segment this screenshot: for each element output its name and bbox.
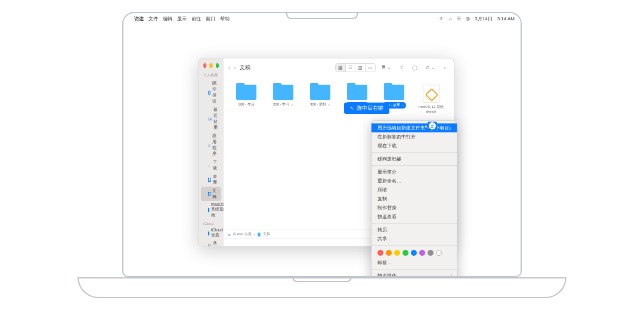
ctx-make-alias[interactable]: 制作替身 [371,203,457,212]
gallery-view-icon[interactable]: ▭ [366,64,375,72]
wifi-icon[interactable]: ᯤ [439,16,444,21]
group-menu[interactable]: ≣ ⌄ [379,64,394,72]
menu-edit[interactable]: 编辑 [163,16,172,22]
tag-color-swatch[interactable] [402,250,408,256]
finder-sidebar: 个人收藏 隔空投送 ◷最近使用 ⌂应用程序 ↓下载 桌面 文稿 macOS 系统… [199,58,224,246]
control-center-icon[interactable]: ☰ [457,16,461,21]
finder-toolbar: ‹ › 文稿 ▦ ☰ ▥ ▭ ≣ ⌄ ⇪ ◯ ⊙ ⌄ [224,58,454,76]
tag-color-swatch[interactable] [377,250,383,256]
sb-downloads[interactable]: ↓下载 [199,158,224,172]
view-toggle[interactable]: ▦ ☰ ▥ ▭ [335,63,376,72]
window-controls [199,58,224,70]
sb-documents[interactable]: 文稿 [201,187,221,201]
screen-notch [286,13,358,19]
ctx-rename[interactable]: 重新命名… [371,177,457,185]
sb-guide[interactable]: macOS 系统指南 [199,201,224,219]
path-folder-icon: ▇ [258,232,261,236]
ctx-download-now[interactable]: 现在下载 [371,141,457,150]
folder-label: 300 - 爱好 ⌄ [310,102,330,107]
ctx-tag-colors[interactable] [371,247,457,258]
sb-section-favorites: 个人收藏 [199,70,224,79]
ctx-new-folder-from-selection[interactable]: 用所选项目新建文件夹 (2个项目) [371,123,457,132]
share-button[interactable]: ⇪ [397,64,406,72]
folder-item[interactable]: 100 - 生活 [233,85,259,113]
tag-color-swatch[interactable] [419,250,425,256]
menu-file[interactable]: 文件 [148,16,158,22]
tag-clear-swatch[interactable] [436,250,442,256]
file-item[interactable]: macOS 13 系统sketch [418,85,444,113]
minimize-button[interactable] [209,63,212,68]
tag-color-swatch[interactable] [428,250,434,256]
context-menu: 用所选项目新建文件夹 (2个项目) 在新标签页中打开 现在下载 移到废纸篓 显示… [371,120,457,277]
folder-label: 100 - 生活 [238,102,254,107]
sb-shared[interactable]: 共享 [199,239,224,246]
callout-1-text: 选中后右键 [357,104,383,112]
path-seg-docs[interactable]: 文稿 [263,231,270,237]
list-view-icon[interactable]: ☰ [346,64,355,72]
folder-icon [347,85,367,100]
path-icloud-icon: ☁ [227,232,231,236]
siri-icon[interactable]: ◎ [466,16,470,21]
icon-view-icon[interactable]: ▦ [336,64,346,72]
app-name[interactable]: 访达 [134,16,144,22]
ctx-get-info[interactable]: 显示简介 [371,168,457,177]
tag-color-swatch[interactable] [411,250,417,256]
tag-color-swatch[interactable] [394,250,400,256]
path-seg-icloud[interactable]: iCloud 云盘 [233,231,252,237]
ctx-share[interactable]: 共享… [371,234,457,243]
menubar-date[interactable]: 3月14日 [475,16,492,22]
menubar-time[interactable]: 3:14 AM [497,16,515,21]
folder-label: 200 - 学习 ⌄ [273,102,293,107]
search-button[interactable]: ⌕ [441,64,449,72]
laptop-frame: 访达 文件 编辑 显示 前往 窗口 帮助 ᯤ ⌕ ☰ ◎ 3月14日 3:14 … [78,12,566,310]
window-title: 文稿 [240,64,250,72]
sb-apps[interactable]: ⌂应用程序 [199,132,224,158]
folder-item[interactable]: 300 - 爱好 ⌄ [307,85,333,113]
sb-desktop[interactable]: 桌面 [199,172,224,187]
callout-2-number: 2 [429,122,436,129]
folder-icon [384,85,404,100]
forward-button[interactable]: › [234,64,236,71]
tag-button[interactable]: ◯ [410,64,420,72]
ctx-open-new-tab[interactable]: 在新标签页中打开 [371,132,457,141]
laptop-screen: 访达 文件 编辑 显示 前往 窗口 帮助 ᯤ ⌕ ☰ ◎ 3月14日 3:14 … [122,12,522,277]
ctx-duplicate[interactable]: 复制 [371,194,457,203]
cursor-icon: ↖ [425,124,429,130]
annotation-callout-1: ↖ 选中后右键 [344,103,389,114]
tag-color-swatch[interactable] [386,250,392,256]
folder-icon [273,85,293,100]
sb-section-icloud: iCloud [199,219,224,227]
search-icon[interactable]: ⌕ [449,16,452,21]
ctx-quick-look[interactable]: 快速查看 [371,212,457,221]
menu-help[interactable]: 帮助 [220,16,230,22]
close-button[interactable] [203,63,206,68]
folder-icon [310,85,330,100]
laptop-base [78,277,566,298]
file-label: macOS 13 系统sketch [419,104,444,113]
zoom-button[interactable] [216,63,219,68]
action-menu[interactable]: ⊙ ⌄ [423,64,438,72]
folder-item[interactable]: 200 - 学习 ⌄ [270,85,296,113]
sb-icloud-drive[interactable]: iCloud 云盘 [199,227,224,239]
back-button[interactable]: ‹ [228,64,230,71]
ctx-tags-label[interactable]: 标签… [371,258,457,267]
folder-icon [236,85,256,100]
ctx-copy[interactable]: 拷贝 [371,225,457,234]
ctx-compress[interactable]: 压缩 [371,185,457,194]
menu-window[interactable]: 窗口 [206,16,215,22]
column-view-icon[interactable]: ▥ [355,64,366,72]
sketch-file-icon [423,85,439,103]
ctx-move-to-trash[interactable]: 移到废纸篓 [371,154,457,163]
ctx-item[interactable]: 快速操作 [371,271,457,277]
sb-airdrop[interactable]: 隔空投送 [199,79,224,106]
menu-go[interactable]: 前往 [191,16,201,22]
menu-view[interactable]: 显示 [177,16,187,22]
sb-recents[interactable]: ◷最近使用 [199,106,224,132]
